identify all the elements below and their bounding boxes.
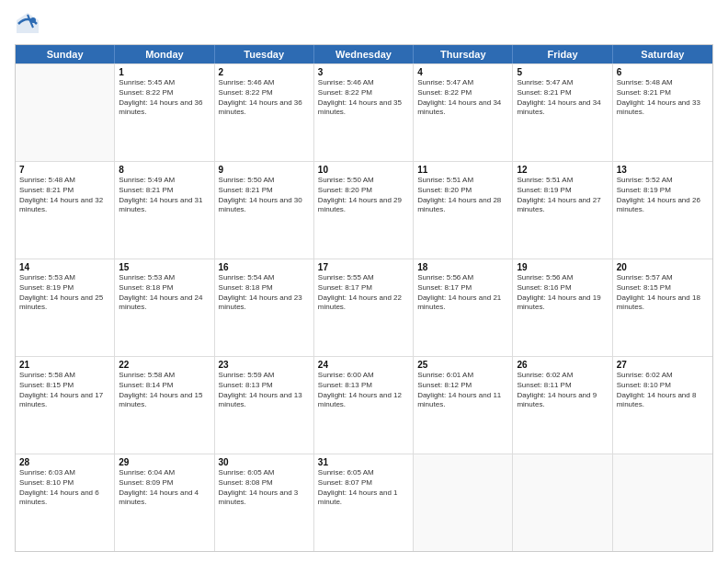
- day-info: Sunrise: 6:04 AMSunset: 8:09 PMDaylight:…: [119, 468, 210, 508]
- cal-cell: 20Sunrise: 5:57 AMSunset: 8:15 PMDayligh…: [613, 259, 712, 356]
- day-number: 25: [417, 360, 508, 370]
- day-info: Sunrise: 5:56 AMSunset: 8:16 PMDaylight:…: [517, 273, 608, 313]
- cal-cell: 23Sunrise: 5:59 AMSunset: 8:13 PMDayligh…: [215, 357, 314, 454]
- day-number: 17: [318, 262, 409, 272]
- day-info: Sunrise: 5:54 AMSunset: 8:18 PMDaylight:…: [219, 273, 310, 313]
- svg-point-1: [30, 17, 36, 23]
- day-info: Sunrise: 5:58 AMSunset: 8:15 PMDaylight:…: [19, 371, 110, 410]
- day-info: Sunrise: 5:46 AMSunset: 8:22 PMDaylight:…: [219, 78, 310, 118]
- cal-cell: [16, 64, 115, 161]
- header-day-monday: Monday: [115, 45, 214, 63]
- header-day-tuesday: Tuesday: [215, 45, 314, 63]
- day-number: 14: [19, 262, 110, 272]
- day-number: 11: [417, 165, 508, 175]
- day-number: 26: [517, 360, 608, 370]
- day-info: Sunrise: 5:59 AMSunset: 8:13 PMDaylight:…: [219, 371, 310, 410]
- week-row-5: 28Sunrise: 6:03 AMSunset: 8:10 PMDayligh…: [16, 454, 712, 551]
- day-info: Sunrise: 6:02 AMSunset: 8:10 PMDaylight:…: [617, 371, 709, 410]
- cal-cell: 1Sunrise: 5:45 AMSunset: 8:22 PMDaylight…: [115, 64, 214, 161]
- cal-cell: 22Sunrise: 5:58 AMSunset: 8:14 PMDayligh…: [115, 357, 214, 454]
- day-number: 1: [119, 67, 210, 77]
- cal-cell: 31Sunrise: 6:05 AMSunset: 8:07 PMDayligh…: [314, 454, 414, 551]
- day-info: Sunrise: 5:50 AMSunset: 8:21 PMDaylight:…: [219, 176, 310, 215]
- week-row-1: 1Sunrise: 5:45 AMSunset: 8:22 PMDaylight…: [16, 63, 712, 161]
- day-number: 16: [219, 262, 310, 272]
- day-info: Sunrise: 5:48 AMSunset: 8:21 PMDaylight:…: [617, 78, 709, 118]
- calendar-header: SundayMondayTuesdayWednesdayThursdayFrid…: [16, 45, 712, 63]
- day-number: 30: [219, 457, 310, 467]
- day-number: 2: [219, 67, 310, 77]
- cal-cell: 27Sunrise: 6:02 AMSunset: 8:10 PMDayligh…: [613, 357, 712, 454]
- day-number: 12: [517, 165, 608, 175]
- day-info: Sunrise: 5:52 AMSunset: 8:19 PMDaylight:…: [617, 176, 709, 215]
- cal-cell: 8Sunrise: 5:49 AMSunset: 8:21 PMDaylight…: [115, 162, 214, 259]
- day-number: 8: [119, 165, 210, 175]
- header: [15, 11, 713, 37]
- cal-cell: 28Sunrise: 6:03 AMSunset: 8:10 PMDayligh…: [16, 454, 115, 551]
- cal-cell: 19Sunrise: 5:56 AMSunset: 8:16 PMDayligh…: [513, 259, 612, 356]
- cal-cell: 25Sunrise: 6:01 AMSunset: 8:12 PMDayligh…: [414, 357, 513, 454]
- day-number: 3: [318, 67, 409, 77]
- day-info: Sunrise: 5:53 AMSunset: 8:19 PMDaylight:…: [19, 273, 110, 313]
- header-day-sunday: Sunday: [16, 45, 115, 63]
- cal-cell: 30Sunrise: 6:05 AMSunset: 8:08 PMDayligh…: [215, 454, 314, 551]
- day-number: 24: [318, 360, 409, 370]
- logo: [15, 11, 44, 37]
- day-info: Sunrise: 6:01 AMSunset: 8:12 PMDaylight:…: [417, 371, 508, 410]
- day-info: Sunrise: 5:57 AMSunset: 8:15 PMDaylight:…: [617, 273, 709, 313]
- cal-cell: 3Sunrise: 5:46 AMSunset: 8:22 PMDaylight…: [314, 64, 414, 161]
- day-info: Sunrise: 6:02 AMSunset: 8:11 PMDaylight:…: [517, 371, 608, 410]
- cal-cell: 12Sunrise: 5:51 AMSunset: 8:19 PMDayligh…: [513, 162, 612, 259]
- day-info: Sunrise: 5:50 AMSunset: 8:20 PMDaylight:…: [318, 176, 409, 215]
- cal-cell: 15Sunrise: 5:53 AMSunset: 8:18 PMDayligh…: [115, 259, 214, 356]
- day-number: 9: [219, 165, 310, 175]
- page: SundayMondayTuesdayWednesdayThursdayFrid…: [0, 0, 728, 563]
- cal-cell: 21Sunrise: 5:58 AMSunset: 8:15 PMDayligh…: [16, 357, 115, 454]
- day-number: 10: [318, 165, 409, 175]
- day-number: 29: [119, 457, 210, 467]
- header-day-wednesday: Wednesday: [314, 45, 414, 63]
- day-info: Sunrise: 6:05 AMSunset: 8:07 PMDaylight:…: [318, 468, 409, 508]
- day-info: Sunrise: 5:55 AMSunset: 8:17 PMDaylight:…: [318, 273, 409, 313]
- day-info: Sunrise: 6:05 AMSunset: 8:08 PMDaylight:…: [219, 468, 310, 508]
- cal-cell: 14Sunrise: 5:53 AMSunset: 8:19 PMDayligh…: [16, 259, 115, 356]
- day-info: Sunrise: 5:53 AMSunset: 8:18 PMDaylight:…: [119, 273, 210, 313]
- cal-cell: [414, 454, 513, 551]
- cal-cell: 17Sunrise: 5:55 AMSunset: 8:17 PMDayligh…: [314, 259, 414, 356]
- cal-cell: 24Sunrise: 6:00 AMSunset: 8:13 PMDayligh…: [314, 357, 414, 454]
- day-number: 18: [417, 262, 508, 272]
- day-info: Sunrise: 5:48 AMSunset: 8:21 PMDaylight:…: [19, 176, 110, 215]
- day-info: Sunrise: 5:47 AMSunset: 8:22 PMDaylight:…: [417, 78, 508, 118]
- cal-cell: 26Sunrise: 6:02 AMSunset: 8:11 PMDayligh…: [513, 357, 612, 454]
- day-info: Sunrise: 5:56 AMSunset: 8:17 PMDaylight:…: [417, 273, 508, 313]
- cal-cell: 29Sunrise: 6:04 AMSunset: 8:09 PMDayligh…: [115, 454, 214, 551]
- calendar-body: 1Sunrise: 5:45 AMSunset: 8:22 PMDaylight…: [16, 63, 712, 551]
- cal-cell: 18Sunrise: 5:56 AMSunset: 8:17 PMDayligh…: [414, 259, 513, 356]
- cal-cell: [513, 454, 612, 551]
- cal-cell: 2Sunrise: 5:46 AMSunset: 8:22 PMDaylight…: [215, 64, 314, 161]
- day-number: 4: [417, 67, 508, 77]
- cal-cell: 9Sunrise: 5:50 AMSunset: 8:21 PMDaylight…: [215, 162, 314, 259]
- day-number: 5: [517, 67, 608, 77]
- cal-cell: 11Sunrise: 5:51 AMSunset: 8:20 PMDayligh…: [414, 162, 513, 259]
- day-info: Sunrise: 6:03 AMSunset: 8:10 PMDaylight:…: [19, 468, 110, 508]
- day-info: Sunrise: 5:46 AMSunset: 8:22 PMDaylight:…: [318, 78, 409, 118]
- day-info: Sunrise: 5:45 AMSunset: 8:22 PMDaylight:…: [119, 78, 210, 118]
- week-row-2: 7Sunrise: 5:48 AMSunset: 8:21 PMDaylight…: [16, 161, 712, 259]
- day-info: Sunrise: 6:00 AMSunset: 8:13 PMDaylight:…: [318, 371, 409, 410]
- logo-icon: [15, 11, 40, 37]
- day-number: 31: [318, 457, 409, 467]
- day-number: 28: [19, 457, 110, 467]
- cal-cell: 6Sunrise: 5:48 AMSunset: 8:21 PMDaylight…: [613, 64, 712, 161]
- day-number: 21: [19, 360, 110, 370]
- day-number: 13: [617, 165, 709, 175]
- cal-cell: 4Sunrise: 5:47 AMSunset: 8:22 PMDaylight…: [414, 64, 513, 161]
- day-number: 6: [617, 67, 709, 77]
- day-number: 20: [617, 262, 709, 272]
- week-row-3: 14Sunrise: 5:53 AMSunset: 8:19 PMDayligh…: [16, 259, 712, 356]
- day-info: Sunrise: 5:47 AMSunset: 8:21 PMDaylight:…: [517, 78, 608, 118]
- week-row-4: 21Sunrise: 5:58 AMSunset: 8:15 PMDayligh…: [16, 356, 712, 454]
- day-info: Sunrise: 5:58 AMSunset: 8:14 PMDaylight:…: [119, 371, 210, 410]
- day-number: 23: [219, 360, 310, 370]
- header-day-friday: Friday: [513, 45, 612, 63]
